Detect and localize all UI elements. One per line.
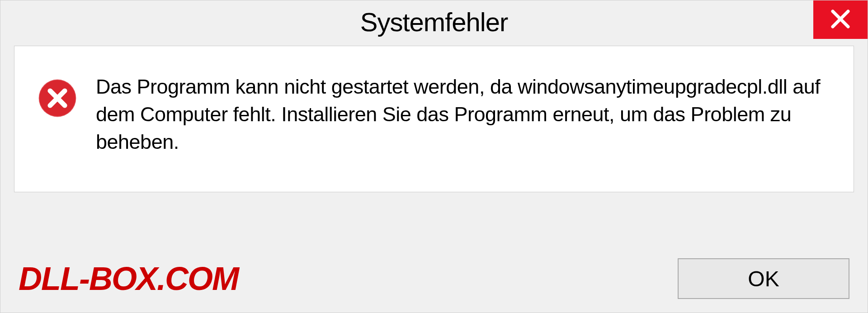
error-dialog: Systemfehler Das Programm kann nicht ges… — [0, 0, 868, 313]
error-message: Das Programm kann nicht gestartet werden… — [96, 73, 831, 156]
content-panel: Das Programm kann nicht gestartet werden… — [14, 46, 854, 192]
dialog-title: Systemfehler — [360, 7, 508, 37]
close-button[interactable] — [813, 0, 868, 39]
error-icon — [37, 78, 78, 119]
close-icon — [829, 8, 852, 32]
titlebar: Systemfehler — [0, 0, 868, 43]
watermark-text: DLL-BOX.COM — [19, 260, 238, 297]
footer: DLL-BOX.COM OK — [0, 258, 868, 299]
ok-button[interactable]: OK — [678, 258, 849, 299]
